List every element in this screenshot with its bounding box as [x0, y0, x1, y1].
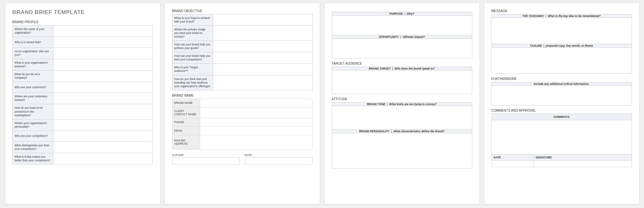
question-label: How do you think that your branding can …	[172, 75, 213, 90]
takeaway-header: THE TAKEAWAY | What is the key idea to b…	[491, 14, 632, 18]
brand-target-input[interactable]	[332, 71, 472, 94]
date-input[interactable]	[245, 157, 313, 165]
brand-personality-input[interactable]	[332, 133, 472, 168]
brandname-field-label: MAILING ADDRESS	[172, 135, 200, 149]
brand-name-table: BRAND NAMECLIENT CONTACT NAMEPHONEEMAILM…	[172, 99, 313, 150]
author-input[interactable]	[172, 157, 240, 165]
approval-signature-input[interactable]	[534, 161, 632, 167]
question-label: As an organization, who are you?	[12, 48, 53, 59]
section-furthermore: FURTHERMORE	[491, 77, 632, 81]
furthermore-table: Include any additional critical informat…	[491, 82, 632, 105]
section-brand-name: BRAND NAME	[172, 94, 313, 97]
furthermore-header: Include any additional critical informat…	[491, 82, 632, 86]
question-label: What do you do as a company?	[12, 71, 53, 82]
answer-input[interactable]	[213, 52, 312, 64]
answer-input[interactable]	[213, 41, 312, 52]
question-label: What's the name of your organization?	[12, 25, 53, 37]
question-label: What is your organization's purpose?	[12, 59, 53, 71]
attitude-table: BRAND TONE | What traits are we trying t…	[332, 102, 472, 168]
question-label: What's your organization's personality?	[12, 119, 53, 131]
brand-tone-header: BRAND TONE | What traits are we trying t…	[332, 103, 472, 106]
page-3: PURPOSE | Why? OPPORTUNITY | Ultimate im…	[325, 3, 479, 204]
brand-objective-table: What do you hope to achieve with your br…	[172, 14, 313, 90]
question-label: What's the primary image you want your b…	[172, 26, 213, 41]
brandname-field-input[interactable]	[200, 126, 312, 135]
approval-date-input[interactable]	[491, 161, 534, 167]
target-table: BRAND TARGET | Who does the brand speak …	[332, 67, 472, 94]
brandname-field-input[interactable]	[200, 118, 312, 126]
approval-date-label: DATE	[491, 154, 534, 161]
answer-input[interactable]	[213, 14, 312, 26]
question-label: Where are your customers located?	[12, 93, 53, 104]
author-date-row: AUTHOR DATE	[172, 153, 313, 165]
page-1: BRAND BRIEF TEMPLATE BRAND PROFILE What'…	[5, 3, 160, 204]
section-target-audience: TARGET AUDIENCE	[332, 62, 472, 65]
question-label: How do you want to be perceived in the m…	[12, 104, 53, 119]
message-table: THE TAKEAWAY | What is the key idea to b…	[491, 14, 632, 74]
answer-input[interactable]	[53, 82, 153, 93]
section-attitude: ATTITUDE	[332, 97, 472, 101]
question-label: What do you hope to achieve with your br…	[172, 14, 213, 26]
answer-input[interactable]	[213, 75, 312, 90]
question-label: How can your brand help you best your co…	[172, 52, 213, 64]
approval-signature-label: SIGNATURE	[534, 154, 632, 161]
question-label: Who are your competitors?	[12, 131, 53, 141]
brand-target-header: BRAND TARGET | Who does the brand speak …	[332, 67, 472, 71]
brand-personality-header: BRAND PERSONALITY | What characteristics…	[332, 130, 472, 133]
answer-input[interactable]	[53, 37, 153, 48]
date-label: DATE	[245, 153, 313, 157]
answer-input[interactable]	[53, 59, 153, 71]
question-label: What is it that makes you better than yo…	[12, 153, 53, 164]
question-label: How can your brand help you achieve your…	[172, 41, 213, 52]
answer-input[interactable]	[53, 48, 153, 59]
furthermore-input[interactable]	[491, 86, 632, 105]
section-message: MESSAGE	[491, 9, 632, 13]
question-label: What distinguishes you from your competi…	[12, 141, 53, 153]
brandname-field-label: BRAND NAME	[172, 99, 200, 107]
opportunity-input[interactable]	[332, 39, 472, 58]
answer-input[interactable]	[53, 131, 153, 141]
purpose-header: PURPOSE | Why?	[332, 12, 472, 16]
brandname-field-input[interactable]	[200, 99, 312, 107]
brandname-field-input[interactable]	[200, 135, 312, 149]
brandname-field-label: EMAIL	[172, 126, 200, 135]
purpose-input[interactable]	[332, 16, 472, 35]
tagline-header: TAGLINE | prepared copy, key words, or t…	[491, 44, 632, 48]
question-label: Why is it named that?	[12, 37, 53, 48]
brand-profile-table: What's the name of your organization?Why…	[12, 25, 153, 165]
answer-input[interactable]	[53, 141, 153, 153]
answer-input[interactable]	[213, 64, 312, 75]
approval-table: COMMENTS DATE SIGNATURE	[491, 114, 632, 167]
answer-input[interactable]	[53, 71, 153, 82]
question-label: Who is your "target audience"?	[172, 64, 213, 75]
comments-header: COMMENTS	[491, 114, 632, 120]
answer-input[interactable]	[53, 104, 153, 119]
template-title: BRAND BRIEF TEMPLATE	[12, 9, 153, 16]
section-comments: COMMENTS AND APPROVAL	[491, 109, 632, 112]
tagline-input[interactable]	[491, 48, 632, 74]
page-4: MESSAGE THE TAKEAWAY | What is the key i…	[484, 3, 639, 204]
comments-input[interactable]	[491, 120, 632, 154]
brandname-field-label: PHONE	[172, 118, 200, 126]
page-2: BRAND OBJECTIVE What do you hope to achi…	[165, 3, 320, 204]
author-label: AUTHOR	[172, 153, 240, 157]
answer-input[interactable]	[213, 26, 312, 41]
opportunity-header: OPPORTUNITY | Ultimate impact?	[332, 35, 472, 39]
section-brand-objective: BRAND OBJECTIVE	[172, 9, 313, 13]
answer-input[interactable]	[53, 153, 153, 164]
brand-tone-input[interactable]	[332, 106, 472, 130]
answer-input[interactable]	[53, 25, 153, 37]
brandname-field-input[interactable]	[200, 107, 312, 118]
purpose-table: PURPOSE | Why? OPPORTUNITY | Ultimate im…	[332, 12, 472, 58]
answer-input[interactable]	[53, 119, 153, 131]
answer-input[interactable]	[53, 93, 153, 104]
question-label: Who are your customers?	[12, 82, 53, 93]
section-brand-profile: BRAND PROFILE	[12, 20, 153, 24]
brandname-field-label: CLIENT CONTACT NAME	[172, 107, 200, 118]
takeaway-input[interactable]	[491, 18, 632, 44]
